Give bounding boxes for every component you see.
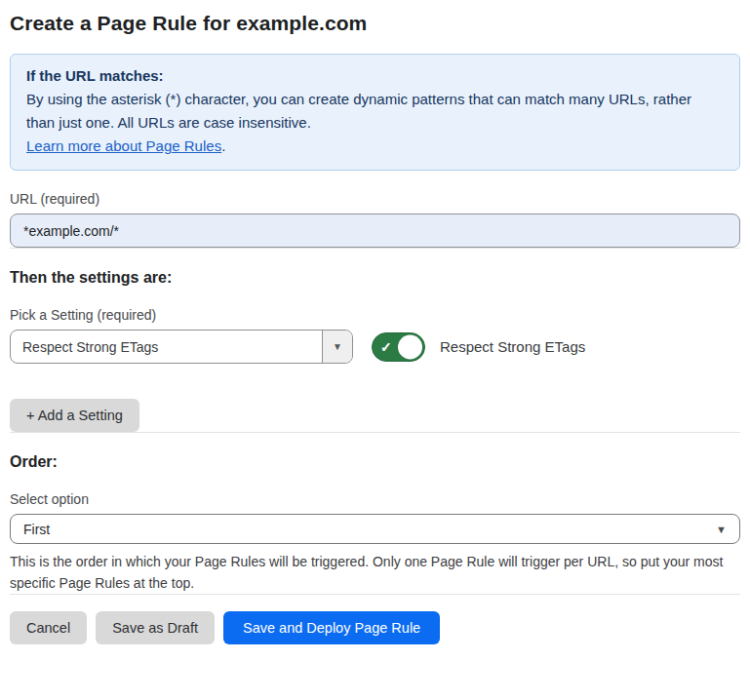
info-box-heading: If the URL matches: [26,64,724,88]
footer-actions: Cancel Save as Draft Save and Deploy Pag… [10,611,740,644]
toggle-knob [398,334,422,359]
cancel-button[interactable]: Cancel [10,611,87,644]
etag-toggle-group: ✓ Respect Strong ETags [372,332,585,362]
check-icon: ✓ [380,339,392,353]
add-setting-button[interactable]: + Add a Setting [10,399,139,432]
save-draft-button[interactable]: Save as Draft [96,611,215,644]
order-select-label: Select option [10,491,740,507]
learn-more-link[interactable]: Learn more about Page Rules [26,137,221,154]
settings-section-heading: Then the settings are: [10,269,740,287]
link-suffix: . [221,137,225,154]
url-field-label: URL (required) [10,191,740,207]
setting-dropdown[interactable]: Respect Strong ETags ▼ [10,330,353,364]
order-select[interactable]: First ▼ [10,514,740,544]
setting-dropdown-value: Respect Strong ETags [11,331,322,363]
url-input[interactable] [10,214,740,248]
order-help-text: This is the order in which your Page Rul… [10,551,736,594]
info-box-link-line: Learn more about Page Rules. [26,135,724,158]
etag-toggle-label: Respect Strong ETags [440,338,585,355]
footer-divider [10,594,740,595]
order-section-heading: Order: [10,453,740,471]
info-box-body: By using the asterisk (*) character, you… [26,88,724,135]
page-title: Create a Page Rule for example.com [10,12,740,35]
setting-row: Respect Strong ETags ▼ ✓ Respect Strong … [10,330,740,364]
url-match-info-box: If the URL matches: By using the asteris… [10,54,740,171]
chevron-down-icon: ▼ [716,524,727,535]
dropdown-arrow-button[interactable]: ▼ [322,331,352,363]
save-deploy-button[interactable]: Save and Deploy Page Rule [223,611,440,644]
section-divider [10,248,740,249]
order-select-value: First [23,522,716,537]
section-divider [10,432,740,433]
chevron-down-icon: ▼ [333,341,342,352]
etag-toggle[interactable]: ✓ [372,332,425,362]
pick-setting-label: Pick a Setting (required) [10,307,740,323]
